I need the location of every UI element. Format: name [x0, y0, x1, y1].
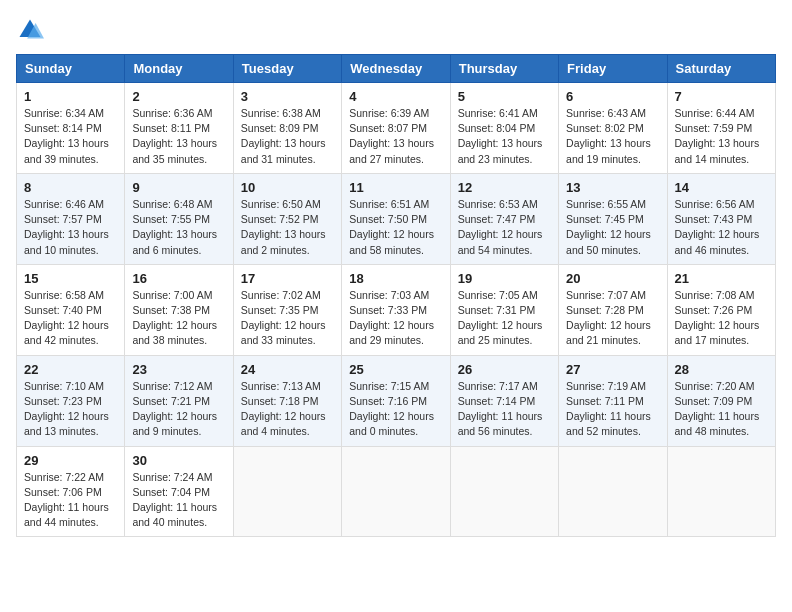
day-number: 2 — [132, 89, 225, 104]
day-info: Sunrise: 6:44 AM Sunset: 7:59 PM Dayligh… — [675, 106, 768, 167]
calendar-header: SundayMondayTuesdayWednesdayThursdayFrid… — [17, 55, 776, 83]
calendar-cell: 2Sunrise: 6:36 AM Sunset: 8:11 PM Daylig… — [125, 83, 233, 174]
day-number: 29 — [24, 453, 117, 468]
day-number: 12 — [458, 180, 551, 195]
calendar-cell — [233, 446, 341, 537]
calendar-week-row: 1Sunrise: 6:34 AM Sunset: 8:14 PM Daylig… — [17, 83, 776, 174]
page-header — [16, 16, 776, 44]
calendar-cell: 3Sunrise: 6:38 AM Sunset: 8:09 PM Daylig… — [233, 83, 341, 174]
calendar-cell: 26Sunrise: 7:17 AM Sunset: 7:14 PM Dayli… — [450, 355, 558, 446]
calendar-cell: 4Sunrise: 6:39 AM Sunset: 8:07 PM Daylig… — [342, 83, 450, 174]
day-info: Sunrise: 6:46 AM Sunset: 7:57 PM Dayligh… — [24, 197, 117, 258]
calendar-cell — [559, 446, 667, 537]
calendar-week-row: 22Sunrise: 7:10 AM Sunset: 7:23 PM Dayli… — [17, 355, 776, 446]
calendar-cell: 30Sunrise: 7:24 AM Sunset: 7:04 PM Dayli… — [125, 446, 233, 537]
day-info: Sunrise: 6:53 AM Sunset: 7:47 PM Dayligh… — [458, 197, 551, 258]
day-info: Sunrise: 6:55 AM Sunset: 7:45 PM Dayligh… — [566, 197, 659, 258]
calendar-cell: 12Sunrise: 6:53 AM Sunset: 7:47 PM Dayli… — [450, 173, 558, 264]
calendar-week-row: 15Sunrise: 6:58 AM Sunset: 7:40 PM Dayli… — [17, 264, 776, 355]
calendar-cell: 18Sunrise: 7:03 AM Sunset: 7:33 PM Dayli… — [342, 264, 450, 355]
day-info: Sunrise: 7:02 AM Sunset: 7:35 PM Dayligh… — [241, 288, 334, 349]
calendar-day-header: Thursday — [450, 55, 558, 83]
day-number: 8 — [24, 180, 117, 195]
day-info: Sunrise: 7:12 AM Sunset: 7:21 PM Dayligh… — [132, 379, 225, 440]
day-info: Sunrise: 7:03 AM Sunset: 7:33 PM Dayligh… — [349, 288, 442, 349]
day-info: Sunrise: 6:36 AM Sunset: 8:11 PM Dayligh… — [132, 106, 225, 167]
calendar-cell — [667, 446, 775, 537]
day-info: Sunrise: 6:43 AM Sunset: 8:02 PM Dayligh… — [566, 106, 659, 167]
day-info: Sunrise: 6:56 AM Sunset: 7:43 PM Dayligh… — [675, 197, 768, 258]
calendar-cell: 25Sunrise: 7:15 AM Sunset: 7:16 PM Dayli… — [342, 355, 450, 446]
day-info: Sunrise: 7:24 AM Sunset: 7:04 PM Dayligh… — [132, 470, 225, 531]
day-info: Sunrise: 6:58 AM Sunset: 7:40 PM Dayligh… — [24, 288, 117, 349]
calendar-cell: 1Sunrise: 6:34 AM Sunset: 8:14 PM Daylig… — [17, 83, 125, 174]
logo-icon — [16, 16, 44, 44]
calendar-cell: 5Sunrise: 6:41 AM Sunset: 8:04 PM Daylig… — [450, 83, 558, 174]
day-number: 26 — [458, 362, 551, 377]
day-number: 13 — [566, 180, 659, 195]
calendar-day-header: Saturday — [667, 55, 775, 83]
day-info: Sunrise: 6:50 AM Sunset: 7:52 PM Dayligh… — [241, 197, 334, 258]
calendar-cell: 13Sunrise: 6:55 AM Sunset: 7:45 PM Dayli… — [559, 173, 667, 264]
day-info: Sunrise: 7:07 AM Sunset: 7:28 PM Dayligh… — [566, 288, 659, 349]
calendar-cell: 17Sunrise: 7:02 AM Sunset: 7:35 PM Dayli… — [233, 264, 341, 355]
day-number: 9 — [132, 180, 225, 195]
calendar-cell: 24Sunrise: 7:13 AM Sunset: 7:18 PM Dayli… — [233, 355, 341, 446]
calendar-cell: 28Sunrise: 7:20 AM Sunset: 7:09 PM Dayli… — [667, 355, 775, 446]
calendar-cell: 19Sunrise: 7:05 AM Sunset: 7:31 PM Dayli… — [450, 264, 558, 355]
calendar-cell: 11Sunrise: 6:51 AM Sunset: 7:50 PM Dayli… — [342, 173, 450, 264]
day-number: 11 — [349, 180, 442, 195]
day-info: Sunrise: 7:13 AM Sunset: 7:18 PM Dayligh… — [241, 379, 334, 440]
day-number: 5 — [458, 89, 551, 104]
calendar-cell: 27Sunrise: 7:19 AM Sunset: 7:11 PM Dayli… — [559, 355, 667, 446]
day-number: 6 — [566, 89, 659, 104]
day-number: 4 — [349, 89, 442, 104]
day-number: 19 — [458, 271, 551, 286]
logo — [16, 16, 48, 44]
day-number: 7 — [675, 89, 768, 104]
day-info: Sunrise: 6:51 AM Sunset: 7:50 PM Dayligh… — [349, 197, 442, 258]
day-number: 21 — [675, 271, 768, 286]
calendar-cell: 22Sunrise: 7:10 AM Sunset: 7:23 PM Dayli… — [17, 355, 125, 446]
day-number: 28 — [675, 362, 768, 377]
calendar-day-header: Sunday — [17, 55, 125, 83]
calendar-day-header: Monday — [125, 55, 233, 83]
day-number: 20 — [566, 271, 659, 286]
calendar-cell — [450, 446, 558, 537]
day-number: 17 — [241, 271, 334, 286]
calendar-week-row: 8Sunrise: 6:46 AM Sunset: 7:57 PM Daylig… — [17, 173, 776, 264]
day-number: 22 — [24, 362, 117, 377]
calendar-cell: 21Sunrise: 7:08 AM Sunset: 7:26 PM Dayli… — [667, 264, 775, 355]
day-info: Sunrise: 7:08 AM Sunset: 7:26 PM Dayligh… — [675, 288, 768, 349]
day-info: Sunrise: 7:22 AM Sunset: 7:06 PM Dayligh… — [24, 470, 117, 531]
day-info: Sunrise: 7:10 AM Sunset: 7:23 PM Dayligh… — [24, 379, 117, 440]
calendar-cell: 29Sunrise: 7:22 AM Sunset: 7:06 PM Dayli… — [17, 446, 125, 537]
day-info: Sunrise: 6:48 AM Sunset: 7:55 PM Dayligh… — [132, 197, 225, 258]
calendar-day-header: Friday — [559, 55, 667, 83]
day-info: Sunrise: 7:15 AM Sunset: 7:16 PM Dayligh… — [349, 379, 442, 440]
day-number: 24 — [241, 362, 334, 377]
day-info: Sunrise: 6:39 AM Sunset: 8:07 PM Dayligh… — [349, 106, 442, 167]
calendar-cell: 10Sunrise: 6:50 AM Sunset: 7:52 PM Dayli… — [233, 173, 341, 264]
day-number: 23 — [132, 362, 225, 377]
day-info: Sunrise: 7:00 AM Sunset: 7:38 PM Dayligh… — [132, 288, 225, 349]
day-info: Sunrise: 6:34 AM Sunset: 8:14 PM Dayligh… — [24, 106, 117, 167]
calendar-cell: 15Sunrise: 6:58 AM Sunset: 7:40 PM Dayli… — [17, 264, 125, 355]
calendar-cell: 9Sunrise: 6:48 AM Sunset: 7:55 PM Daylig… — [125, 173, 233, 264]
calendar-cell: 8Sunrise: 6:46 AM Sunset: 7:57 PM Daylig… — [17, 173, 125, 264]
day-info: Sunrise: 7:20 AM Sunset: 7:09 PM Dayligh… — [675, 379, 768, 440]
day-info: Sunrise: 6:41 AM Sunset: 8:04 PM Dayligh… — [458, 106, 551, 167]
calendar-cell: 6Sunrise: 6:43 AM Sunset: 8:02 PM Daylig… — [559, 83, 667, 174]
day-info: Sunrise: 6:38 AM Sunset: 8:09 PM Dayligh… — [241, 106, 334, 167]
day-number: 14 — [675, 180, 768, 195]
calendar-body: 1Sunrise: 6:34 AM Sunset: 8:14 PM Daylig… — [17, 83, 776, 537]
day-number: 3 — [241, 89, 334, 104]
day-info: Sunrise: 7:19 AM Sunset: 7:11 PM Dayligh… — [566, 379, 659, 440]
day-number: 10 — [241, 180, 334, 195]
calendar-day-header: Wednesday — [342, 55, 450, 83]
calendar-cell: 7Sunrise: 6:44 AM Sunset: 7:59 PM Daylig… — [667, 83, 775, 174]
calendar-cell: 14Sunrise: 6:56 AM Sunset: 7:43 PM Dayli… — [667, 173, 775, 264]
day-number: 1 — [24, 89, 117, 104]
calendar-table: SundayMondayTuesdayWednesdayThursdayFrid… — [16, 54, 776, 537]
day-number: 15 — [24, 271, 117, 286]
